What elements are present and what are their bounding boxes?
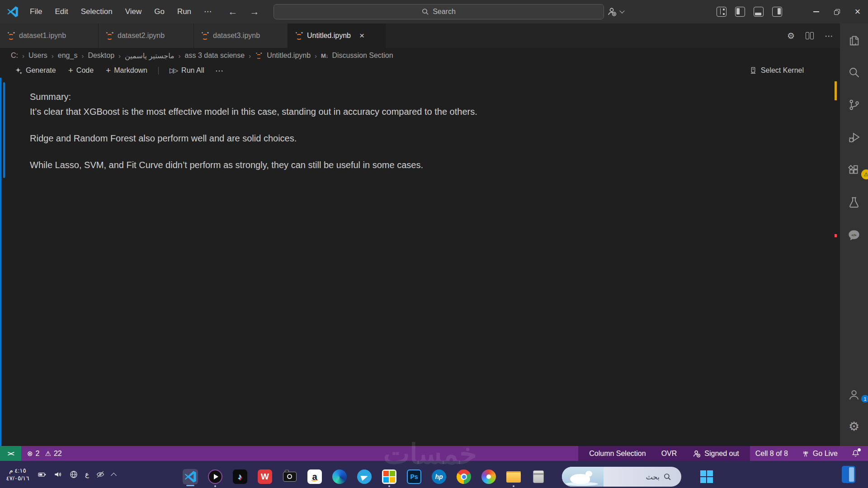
go-live-button[interactable]: Go Live: [802, 450, 838, 458]
taskbar-wattpad-icon[interactable]: W: [257, 469, 273, 484]
breadcrumb-file[interactable]: Untitled.ipynb: [267, 52, 311, 60]
status-dark-segment: Column Selection OVR Signed out: [578, 446, 750, 461]
taskbar-photos-icon[interactable]: [481, 469, 496, 484]
taskbar-microsoft-store-icon[interactable]: [382, 469, 397, 484]
language-indicator[interactable]: ع: [85, 470, 89, 479]
taskbar-tiktok-icon[interactable]: ♪: [232, 469, 248, 484]
customize-layout-icon[interactable]: [717, 7, 726, 17]
taskbar-hp-icon[interactable]: hp: [431, 469, 447, 484]
notifications-bell[interactable]: [851, 449, 860, 458]
accounts-icon[interactable]: 1: [848, 389, 860, 401]
markdown-cell[interactable]: Summary: It’s clear that XGBoost is the …: [30, 89, 735, 173]
taskbar-vscode-icon[interactable]: [183, 469, 198, 484]
toggle-primary-sidebar-icon[interactable]: [735, 7, 745, 17]
running-indicator: [388, 485, 390, 487]
tab-dataset2[interactable]: dataset2.ipynb: [99, 23, 194, 48]
minimize-button[interactable]: [806, 0, 826, 23]
back-arrow-icon[interactable]: ←: [226, 5, 240, 18]
menu-run[interactable]: Run: [171, 4, 198, 19]
overtype-indicator[interactable]: OVR: [661, 450, 677, 458]
notebook-editor[interactable]: Summary: It’s clear that XGBoost is the …: [0, 78, 839, 446]
add-code-button[interactable]: + Code: [64, 64, 98, 77]
menu-edit[interactable]: Edit: [48, 4, 74, 19]
jupyter-icon: [201, 32, 209, 40]
close-button[interactable]: ×: [847, 0, 868, 23]
tab-dataset3[interactable]: dataset3.ipynb: [194, 23, 288, 48]
focused-cell-indicator[interactable]: [3, 82, 5, 178]
add-markdown-button[interactable]: + Markdown: [102, 64, 151, 77]
taskbar-chrome-icon[interactable]: [456, 469, 472, 484]
menu-selection[interactable]: Selection: [75, 4, 119, 19]
tab-label: dataset3.ipynb: [213, 32, 260, 40]
status-bar: >< ⊗ 2 ⚠ 22 Column Selection OVR Signed …: [0, 446, 868, 461]
search-highlight-image: [562, 467, 604, 487]
command-center-search[interactable]: Search: [274, 4, 604, 19]
tab-label: dataset2.ipynb: [118, 32, 165, 40]
taskbar-file-explorer-icon[interactable]: [506, 469, 521, 484]
search-label: Search: [433, 8, 456, 16]
breadcrumb-desktop[interactable]: Desktop: [88, 52, 114, 60]
taskbar-camera-icon[interactable]: [282, 469, 297, 484]
breadcrumb-drive[interactable]: C:: [11, 52, 18, 60]
run-debug-icon[interactable]: [848, 131, 860, 144]
layout-controls: [717, 7, 782, 17]
account-menu[interactable]: [607, 5, 630, 19]
chevron-right-icon: ›: [22, 52, 24, 60]
menu-view[interactable]: View: [119, 4, 148, 19]
search-icon[interactable]: [848, 66, 860, 79]
tab-dataset1[interactable]: dataset1.ipynb: [0, 23, 99, 48]
settings-gear-icon[interactable]: ⚙: [848, 420, 860, 433]
windows-start-button[interactable]: [700, 470, 713, 483]
column-selection-indicator[interactable]: Column Selection: [589, 450, 646, 458]
problems-indicator[interactable]: ⊗ 2 ⚠ 22: [27, 446, 62, 461]
toolbar-more-icon[interactable]: ⋯: [215, 66, 224, 76]
cell-position-indicator[interactable]: Cell 8 of 8: [755, 450, 788, 458]
system-tray: ٤:١٥ م ٤٧/٠٥/١٦ ع: [5, 461, 116, 488]
taskbar-telegram-icon[interactable]: [357, 469, 372, 484]
tab-untitled[interactable]: Untitled.ipynb ×: [288, 23, 386, 48]
speaker-icon[interactable]: [53, 470, 62, 479]
forward-arrow-icon[interactable]: →: [248, 5, 261, 18]
tab-close-icon[interactable]: ×: [359, 31, 364, 41]
more-actions-icon[interactable]: ⋯: [825, 31, 834, 41]
select-kernel-button[interactable]: Select Kernel: [749, 63, 804, 78]
explorer-icon[interactable]: [848, 34, 860, 47]
taskbar-amazon-icon[interactable]: a: [307, 469, 322, 484]
remote-indicator[interactable]: ><: [0, 446, 21, 461]
battery-icon[interactable]: [38, 470, 47, 479]
taskbar-photoshop-icon[interactable]: Ps: [406, 469, 422, 484]
chevron-right-icon: ›: [249, 52, 251, 60]
breadcrumb-users[interactable]: Users: [28, 52, 47, 60]
menu-file[interactable]: File: [24, 4, 48, 19]
taskbar-right-app-icon[interactable]: [842, 466, 855, 483]
menu-more-icon[interactable]: ⋯: [198, 4, 218, 19]
menu-go[interactable]: Go: [148, 4, 171, 19]
extensions-warning-badge: ⚠: [861, 169, 868, 179]
split-editor-icon[interactable]: [806, 32, 814, 39]
taskbar-search-box[interactable]: بحث: [562, 467, 681, 487]
run-all-button[interactable]: ▷▷ Run All: [165, 64, 208, 77]
testing-beaker-icon[interactable]: [848, 196, 860, 209]
network-globe-icon[interactable]: [69, 470, 78, 479]
breadcrumb-assignment-folder[interactable]: ass 3 data sciense: [185, 52, 245, 60]
tab-label: dataset1.ipynb: [19, 32, 66, 40]
generate-button[interactable]: Generate: [11, 64, 60, 77]
extensions-icon[interactable]: ⚠: [848, 164, 860, 176]
breadcrumb-engs[interactable]: eng_s: [58, 52, 78, 60]
taskbar-media-player-icon[interactable]: [208, 469, 223, 484]
taskbar-gray-box-app-icon[interactable]: [531, 469, 546, 484]
toggle-secondary-sidebar-icon[interactable]: [772, 7, 782, 17]
breadcrumb-arabic-folder[interactable]: ماجستير ياسمين: [125, 52, 175, 60]
chevron-up-icon[interactable]: [111, 473, 117, 479]
breadcrumb-section[interactable]: Discussion Section: [332, 52, 393, 60]
toggle-panel-icon[interactable]: [754, 7, 764, 17]
signed-out-indicator[interactable]: Signed out: [692, 449, 739, 458]
source-control-icon[interactable]: [848, 99, 860, 111]
overview-ruler-modified-mark: [835, 81, 837, 100]
code-chat-icon[interactable]: </>: [848, 229, 860, 241]
notebook-settings-gear-icon[interactable]: ⚙: [787, 31, 795, 41]
restore-button[interactable]: [826, 0, 847, 23]
taskbar-clock[interactable]: ٤:١٥ م ٤٧/٠٥/١٦: [5, 467, 31, 482]
hidden-icons-icon[interactable]: [96, 470, 105, 479]
taskbar-edge-icon[interactable]: [332, 469, 347, 484]
